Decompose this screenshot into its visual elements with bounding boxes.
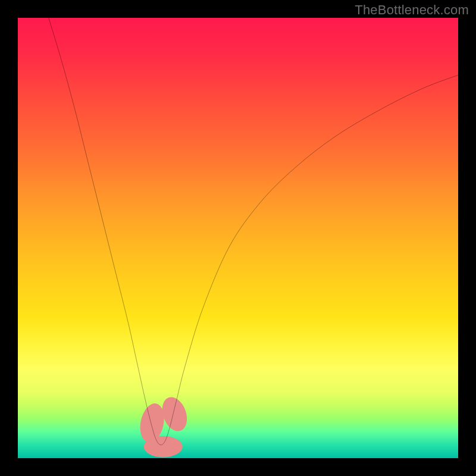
chart-stage: TheBottleneck.com	[0, 0, 476, 476]
curve-svg	[18, 18, 458, 458]
bottleneck-curve	[49, 18, 458, 445]
blob-right	[158, 394, 191, 435]
markers-group	[137, 394, 192, 458]
plot-area	[18, 18, 458, 458]
blob-bottom	[144, 436, 183, 458]
watermark-label: TheBottleneck.com	[355, 2, 469, 18]
